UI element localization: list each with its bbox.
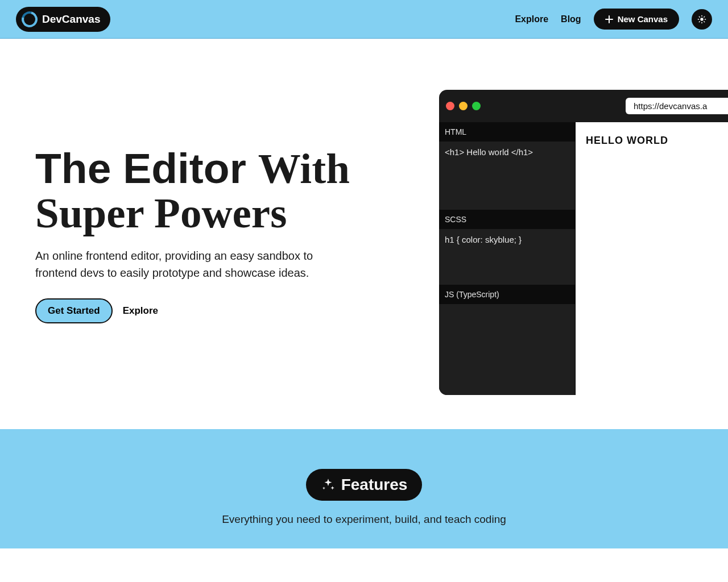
svg-point-0: [700, 18, 703, 20]
hero-subtitle: An online frontend editor, providing an …: [35, 247, 354, 281]
sun-icon: [697, 15, 706, 24]
panel-js-header: JS (TypeScript): [439, 285, 575, 304]
sparkle-icon: [321, 477, 336, 492]
features-pill-label: Features: [341, 476, 408, 494]
hero-title: The Editor With Super Powers: [35, 147, 433, 235]
svg-line-7: [699, 21, 700, 22]
explore-button[interactable]: Explore: [123, 305, 158, 317]
url-bar: https://devcanvas.a: [626, 98, 728, 114]
nav-explore[interactable]: Explore: [515, 14, 548, 24]
hero-title-bold: The Editor: [35, 144, 246, 192]
window-close-icon: [446, 102, 454, 110]
hero-section: The Editor With Super Powers An online f…: [0, 39, 728, 429]
features-section: Features Everything you need to experime…: [0, 429, 728, 548]
plus-icon: [605, 15, 613, 23]
hero-left: The Editor With Super Powers An online f…: [35, 90, 433, 395]
features-pill: Features: [306, 469, 423, 501]
code-column: HTML <h1> Hello world </h1> SCSS h1 { co…: [439, 122, 576, 395]
features-subtitle: Everything you need to experiment, build…: [11, 513, 717, 526]
new-canvas-button[interactable]: New Canvas: [594, 9, 679, 30]
theme-toggle-button[interactable]: [692, 9, 712, 30]
logo[interactable]: DevCanvas: [16, 7, 110, 32]
preview-pane: HELLO WORLD: [576, 122, 728, 395]
panel-html-body[interactable]: <h1> Hello world </h1>: [439, 142, 575, 210]
preview-output: HELLO WORLD: [586, 135, 728, 147]
hero-buttons: Get Started Explore: [35, 298, 433, 323]
svg-line-4: [704, 21, 705, 22]
nav-right: Explore Blog New Canvas: [515, 9, 712, 30]
nav-blog[interactable]: Blog: [561, 14, 581, 24]
panel-scss-header: SCSS: [439, 210, 575, 229]
logo-icon: [19, 8, 40, 30]
panel-js-body[interactable]: [439, 304, 575, 395]
logo-text: DevCanvas: [42, 13, 100, 26]
svg-line-8: [704, 16, 705, 17]
editor-body: HTML <h1> Hello world </h1> SCSS h1 { co…: [439, 122, 728, 395]
panel-html-header: HTML: [439, 122, 575, 142]
new-canvas-label: New Canvas: [618, 14, 668, 24]
window-maximize-icon: [472, 102, 481, 110]
window-dots: [446, 102, 481, 110]
top-header: DevCanvas Explore Blog New Canvas: [0, 0, 728, 39]
hero-right: https://devcanvas.a HTML <h1> Hello worl…: [439, 90, 728, 395]
window-bar: https://devcanvas.a: [439, 90, 728, 122]
panel-scss-body[interactable]: h1 { color: skyblue; }: [439, 229, 575, 285]
window-minimize-icon: [459, 102, 468, 110]
svg-line-3: [699, 16, 700, 17]
get-started-button[interactable]: Get Started: [35, 298, 113, 323]
editor-window: https://devcanvas.a HTML <h1> Hello worl…: [439, 90, 728, 395]
